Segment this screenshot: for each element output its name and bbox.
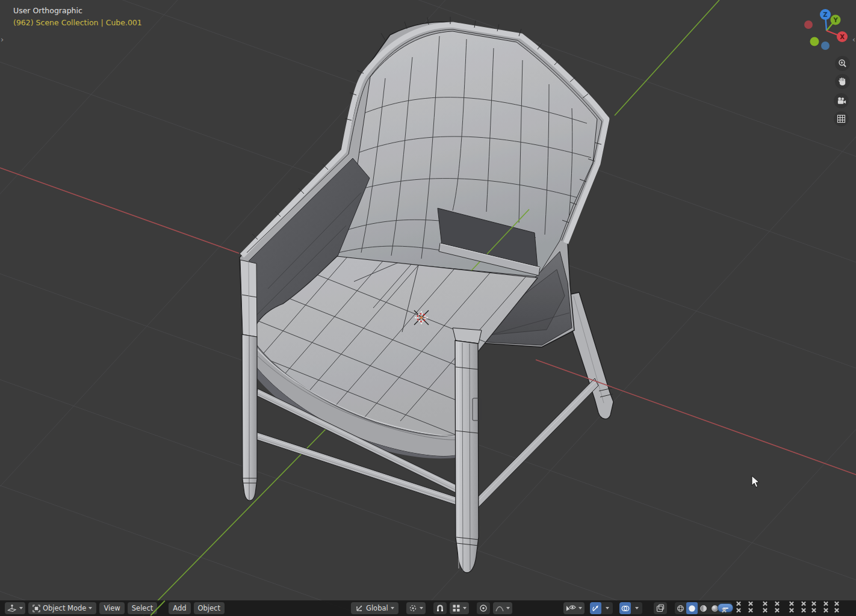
menu-add[interactable]: Add [169, 602, 190, 614]
magnifier-plus-icon [838, 59, 847, 68]
menu-view[interactable]: View [99, 602, 124, 614]
chevron-down-icon [578, 607, 582, 609]
pivot-point-selector[interactable] [406, 602, 426, 614]
chevron-down-icon [420, 607, 423, 609]
pivot-point-icon [409, 604, 417, 612]
gizmo-x-label: X [840, 34, 845, 40]
x-placeholder-icon [736, 608, 741, 613]
gizmo-arrow-icon [592, 605, 600, 612]
x-placeholder-icon [762, 608, 768, 613]
blender-window: Z Y X User Orthographic (962) Scene Coll… [0, 0, 856, 616]
x-placeholder-icon [748, 608, 753, 613]
proportional-editing-icon [479, 604, 488, 612]
x-placeholder-icon [823, 601, 828, 606]
gizmo-axis-z[interactable]: Z [820, 9, 831, 20]
chevron-down-icon [606, 607, 609, 609]
zoom-button[interactable] [835, 56, 850, 71]
solid-sphere-icon [688, 605, 696, 612]
navigation-gizmo[interactable]: Z Y X [804, 9, 848, 50]
x-axis-line-right [536, 360, 856, 475]
viewport-3d[interactable]: Z Y X [0, 0, 856, 616]
x-axis-line-left [0, 168, 239, 253]
grid-icon [837, 114, 846, 123]
proportional-falloff-selector[interactable] [493, 602, 512, 614]
x-placeholder-icon [774, 601, 780, 606]
x-placeholder-icon [834, 601, 839, 606]
toolbar-expand-chevron-icon[interactable]: › [1, 35, 4, 44]
x-placeholder-icon [801, 608, 806, 613]
x-placeholder-icon [811, 601, 816, 606]
shading-material-button[interactable] [698, 602, 709, 614]
gizmo-axis-x[interactable]: X [837, 31, 848, 42]
x-placeholder-icon [834, 608, 839, 613]
overlays-icon [621, 605, 630, 612]
gizmo-axis-negz[interactable] [821, 42, 830, 50]
x-placeholder-icon [789, 601, 794, 606]
orientation-axes-icon [355, 604, 364, 612]
hand-icon [838, 77, 847, 86]
x-placeholder-icon [748, 601, 753, 606]
object-mode-icon [33, 605, 40, 612]
chevron-down-icon [391, 607, 394, 609]
chevron-down-icon [635, 607, 639, 609]
material-sphere-icon [699, 605, 707, 612]
proportional-editing-toggle[interactable] [477, 602, 490, 614]
mode-label: Object Mode [43, 604, 86, 612]
menu-object-label: Object [198, 604, 220, 612]
chevron-down-icon [88, 607, 92, 609]
gizmos-toggle[interactable] [590, 602, 601, 614]
gizmo-axis-y[interactable]: Y [831, 15, 841, 25]
editor-3d-viewport-icon [7, 604, 17, 613]
gizmo-axis-negy[interactable] [810, 37, 819, 46]
shading-solid-button[interactable] [686, 602, 698, 614]
camera-icon [837, 96, 846, 105]
overlays-dropdown[interactable] [631, 602, 642, 614]
shading-wireframe-button[interactable] [675, 602, 686, 614]
sidebar-expand-chevron-icon[interactable]: ‹ [852, 35, 855, 44]
xray-toggle[interactable] [654, 602, 667, 614]
mode-selector[interactable]: Object Mode [28, 602, 96, 614]
chair-front-left-leg [242, 334, 257, 500]
chair-model[interactable] [205, 17, 613, 573]
menu-view-label: View [104, 604, 120, 612]
snap-toggle[interactable] [433, 602, 447, 614]
x-placeholder-icon [736, 601, 741, 606]
gizmo-axis-negx[interactable] [804, 20, 813, 29]
camera-view-button[interactable] [834, 93, 849, 108]
x-placeholder-icon [789, 608, 794, 613]
falloff-curve-icon [495, 604, 504, 612]
x-placeholder-icon [721, 608, 727, 613]
gizmo-y-label: Y [833, 17, 838, 23]
toggle-grid-button[interactable] [834, 111, 849, 126]
chair-front-left-post [240, 260, 257, 337]
x-placeholder-icon [801, 601, 806, 606]
transform-orientation-selector[interactable]: Global [351, 602, 399, 614]
gizmo-z-label: Z [823, 11, 827, 18]
y-axis-line-bottom [143, 417, 338, 616]
magnet-icon [436, 604, 444, 612]
visibility-eye-icon [566, 604, 576, 612]
overlays-toggle[interactable] [619, 602, 631, 614]
menu-object[interactable]: Object [194, 602, 225, 614]
gizmos-dropdown[interactable] [601, 602, 613, 614]
viewport-header: Object Mode View Select Add Object Globa… [0, 600, 856, 616]
chevron-down-icon [506, 607, 510, 609]
chevron-down-icon [463, 607, 467, 609]
object-visibility-selector[interactable] [563, 602, 585, 614]
editor-type-selector[interactable] [5, 602, 25, 614]
chair-front-right-leg [453, 328, 482, 573]
pan-button[interactable] [835, 74, 850, 89]
y-axis-line-top [615, 0, 719, 116]
snap-increment-icon [452, 604, 461, 612]
orientation-label: Global [366, 604, 388, 612]
x-placeholder-icon [823, 608, 828, 613]
x-placeholder-icon [811, 608, 816, 613]
chevron-down-icon [19, 607, 23, 609]
x-placeholder-icon [762, 601, 768, 606]
menu-add-label: Add [173, 604, 186, 612]
wireframe-sphere-icon [677, 605, 684, 612]
xray-icon [656, 604, 665, 612]
menu-select-label: Select [132, 604, 153, 612]
x-placeholder-icon [774, 608, 780, 613]
snap-target-selector[interactable] [450, 602, 469, 614]
